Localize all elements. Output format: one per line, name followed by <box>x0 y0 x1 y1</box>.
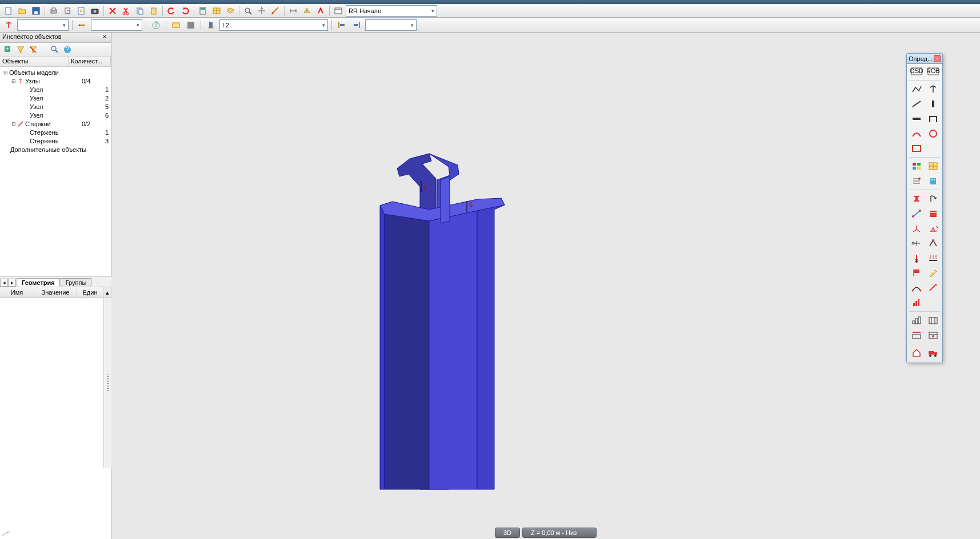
btn-curve[interactable] <box>909 281 924 294</box>
btn-grid1[interactable] <box>909 160 924 172</box>
btn-frame3[interactable] <box>909 329 924 341</box>
render-button[interactable] <box>301 5 313 17</box>
btn-node[interactable] <box>926 83 941 95</box>
copy-button[interactable] <box>134 5 146 17</box>
btn-frame4[interactable] <box>926 329 941 341</box>
btn-rotate-section[interactable] <box>926 192 941 205</box>
object-tree[interactable]: ⊟Объекты модели ⊟Узлы0/4 Узел1 Узел2 Узе… <box>0 67 111 238</box>
coord-pill[interactable]: Z = 0,00 м - Низ <box>522 528 597 538</box>
btn-polyline[interactable] <box>909 83 924 95</box>
tree-bar-item[interactable]: Стержень3 <box>0 136 111 145</box>
offset-combo[interactable] <box>365 19 417 31</box>
open-file-button[interactable] <box>16 5 29 17</box>
new-file-button[interactable] <box>2 5 15 17</box>
btn-osd[interactable]: OSD <box>909 65 924 78</box>
snap-line-button[interactable] <box>76 19 89 31</box>
btn-release2[interactable] <box>926 237 941 250</box>
tree-node-item[interactable]: Узел2 <box>0 94 111 102</box>
btn-arc[interactable] <box>909 127 924 140</box>
btn-frame2[interactable] <box>926 314 941 327</box>
scroll-up-icon[interactable]: ▴ <box>103 287 111 297</box>
define-toolbox[interactable]: Опред... × OSD ROB <box>906 53 943 363</box>
paste-button[interactable] <box>147 5 160 17</box>
btn-column[interactable] <box>926 98 941 110</box>
delete-button[interactable] <box>106 5 119 17</box>
align-start-button[interactable] <box>335 19 348 31</box>
btn-portal[interactable] <box>926 112 941 125</box>
btn-beam[interactable] <box>909 112 924 125</box>
view-phase-combo[interactable]: RR Начало <box>346 5 437 17</box>
pan-button[interactable] <box>255 5 268 17</box>
btn-isection[interactable] <box>909 192 924 205</box>
btn-load-point[interactable] <box>909 252 924 264</box>
tree-bars-group[interactable]: ⊟Стержни0/2 <box>0 119 111 128</box>
snap-node-button[interactable] <box>2 19 15 31</box>
btn-rob[interactable]: ROB <box>926 65 941 78</box>
section-button[interactable] <box>205 19 217 31</box>
btn-rectangle[interactable] <box>909 142 924 155</box>
filter-funnel-icon[interactable] <box>16 45 25 54</box>
filter-add-icon[interactable]: + <box>3 45 13 54</box>
section-combo[interactable]: I 2 <box>219 19 328 31</box>
tree-node-item[interactable]: Узел6 <box>0 111 111 119</box>
toolbox-close-button[interactable]: × <box>934 55 941 62</box>
btn-pen2[interactable] <box>926 281 941 294</box>
tab-geometry[interactable]: Геометрия <box>17 278 60 287</box>
print-button[interactable] <box>47 5 60 17</box>
tab-scroll-right[interactable]: ▸ <box>8 279 16 287</box>
display-mode-button[interactable] <box>170 19 182 31</box>
color-swatch-button[interactable] <box>185 19 197 31</box>
tree-node-item[interactable]: Узел5 <box>0 102 111 111</box>
zoom-window-button[interactable] <box>242 5 254 17</box>
help-context-button[interactable]: ? <box>150 19 162 31</box>
btn-bars[interactable] <box>909 296 924 309</box>
btn-stack[interactable] <box>926 207 941 220</box>
tab-scroll-left[interactable]: ◂ <box>0 279 8 287</box>
save-button[interactable] <box>30 5 42 17</box>
snap-combo-1[interactable] <box>17 19 69 31</box>
vertical-splitter[interactable] <box>103 298 111 468</box>
btn-line[interactable] <box>909 98 924 110</box>
undo-button[interactable] <box>165 5 178 17</box>
redo-button[interactable] <box>179 5 191 17</box>
view-mode-pill[interactable]: 3D <box>495 528 520 538</box>
settings-button[interactable] <box>314 5 327 17</box>
btn-circle[interactable] <box>926 127 941 140</box>
btn-list[interactable] <box>909 175 924 187</box>
toolbox-titlebar[interactable]: Опред... × <box>907 54 942 64</box>
btn-building[interactable] <box>926 175 941 187</box>
btn-flag[interactable] <box>909 267 924 279</box>
snap-combo-2[interactable] <box>91 19 142 31</box>
search-icon[interactable] <box>50 45 59 54</box>
tree-bar-item[interactable]: Стержень1 <box>0 128 111 136</box>
tree-nodes-group[interactable]: ⊟Узлы0/4 <box>0 77 111 85</box>
tree-root[interactable]: ⊟Объекты модели <box>0 68 111 77</box>
inspector-close-button[interactable]: × <box>101 33 109 41</box>
view-mode-button[interactable] <box>332 5 345 17</box>
print-preview-button[interactable] <box>61 5 74 17</box>
help-icon[interactable]: ? <box>63 45 72 54</box>
btn-diagonal[interactable] <box>909 207 924 220</box>
table-button[interactable] <box>210 5 223 17</box>
btn-load-dist[interactable] <box>926 252 941 264</box>
btn-support1[interactable] <box>909 222 924 235</box>
btn-frame1[interactable] <box>909 314 924 327</box>
dimension-button[interactable] <box>287 5 299 17</box>
btn-home[interactable] <box>909 347 924 359</box>
tree-extra-item[interactable]: Дополнительные объекты <box>0 145 111 154</box>
cut-button[interactable] <box>120 5 133 17</box>
align-end-button[interactable] <box>350 19 363 31</box>
calculator-button[interactable] <box>197 5 209 17</box>
filter-clear-icon[interactable] <box>29 45 38 54</box>
page-setup-button[interactable] <box>75 5 87 17</box>
btn-pen[interactable] <box>926 267 941 279</box>
tree-node-item[interactable]: Узел1 <box>0 85 111 94</box>
btn-truck[interactable] <box>926 347 941 359</box>
btn-grid2[interactable] <box>926 160 941 172</box>
3d-viewport[interactable]: 2 6 3D Z = 0,00 м - Низ <box>111 33 980 539</box>
btn-release1[interactable] <box>909 237 924 250</box>
tab-groups[interactable]: Группы <box>61 278 92 287</box>
screenshot-button[interactable] <box>89 5 101 17</box>
layers-button[interactable] <box>224 5 237 17</box>
btn-support2[interactable] <box>926 222 941 235</box>
